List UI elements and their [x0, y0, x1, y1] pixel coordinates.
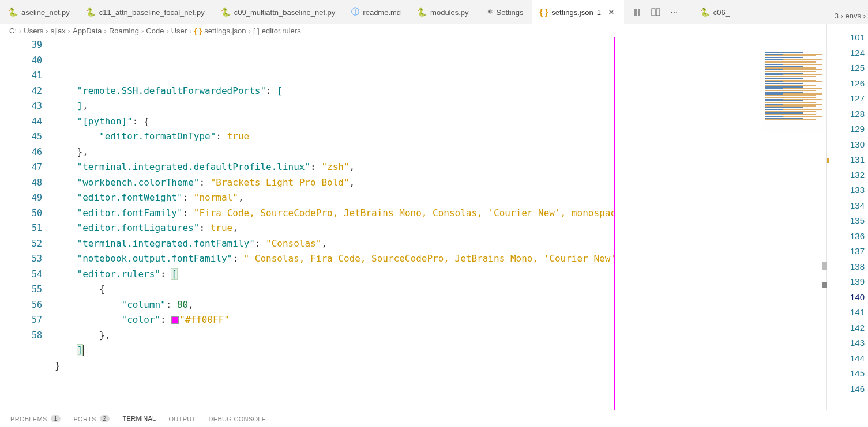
code-line[interactable]: "terminal.integrated.defaultProfile.linu…	[55, 160, 826, 175]
panel-tab-debug console[interactable]: DEBUG CONSOLE	[209, 415, 266, 422]
tab-6[interactable]: { } settings.json 1 ✕	[532, 0, 624, 24]
line-number: 130	[850, 137, 865, 153]
tab-label: c11_attn_baseline_focal_net.py	[99, 8, 205, 17]
code-line[interactable]: "editor.formatOnType": true	[55, 129, 826, 145]
code-line[interactable]: ],	[55, 99, 826, 114]
python-icon: 🐍	[417, 7, 427, 17]
python-icon: 🐍	[221, 7, 231, 17]
panel-tab-ports[interactable]: PORTS 2	[73, 415, 110, 422]
code-line[interactable]: "terminal.integrated.fontFamily": "Conso…	[55, 236, 826, 252]
panel-tab-label: TERMINAL	[122, 415, 156, 422]
badge: 2	[100, 415, 110, 422]
panel-tab-problems[interactable]: PROBLEMS 1	[10, 415, 61, 422]
code-line[interactable]: "[python]": {	[55, 114, 826, 130]
code-line[interactable]: "editor.fontWeight": "normal",	[55, 190, 826, 206]
minimap[interactable]	[763, 51, 826, 132]
tab-4[interactable]: 🐍 modules.py	[409, 0, 476, 24]
code-line[interactable]: "workbench.colorTheme": "Brackets Light …	[55, 175, 826, 191]
tab-label: settings.json	[551, 8, 593, 17]
minimap-line	[765, 74, 822, 75]
gutter-marker	[827, 158, 829, 163]
color-swatch[interactable]	[171, 316, 179, 324]
line-number: 128	[850, 107, 865, 122]
line-number: 144	[850, 351, 865, 366]
line-number: 46	[0, 145, 42, 160]
code-line[interactable]: },	[55, 328, 826, 343]
line-number: 45	[0, 129, 42, 145]
minimap-line	[765, 66, 803, 67]
breadcrumb-file[interactable]: settings.json	[204, 27, 246, 35]
close-icon[interactable]: ✕	[607, 7, 616, 17]
panel-tab-terminal[interactable]: TERMINAL	[122, 415, 156, 422]
scroll-thumb[interactable]	[822, 282, 827, 288]
compare-icon[interactable]	[631, 6, 644, 18]
breadcrumb-segment[interactable]: Users	[24, 27, 43, 35]
breadcrumb-segment[interactable]: Code	[146, 27, 164, 35]
breadcrumb-segment[interactable]: sjiax	[51, 27, 66, 35]
info-icon: ⓘ	[351, 7, 359, 17]
line-number: 43	[0, 99, 42, 114]
line-number: 135	[850, 213, 865, 229]
tab-5[interactable]: Settings	[477, 0, 532, 24]
breadcrumb-segment[interactable]: User	[171, 27, 187, 35]
panel-tab-output[interactable]: OUTPUT	[169, 415, 196, 422]
line-number: 139	[850, 274, 865, 290]
tab-label: aseline_net.py	[21, 8, 70, 17]
line-number: 127	[850, 91, 865, 107]
minimap-line	[765, 93, 822, 95]
line-number: 124	[850, 46, 865, 61]
breadcrumb[interactable]: C:›Users›sjiax›AppData›Roaming›Code›User…	[0, 24, 826, 37]
minimap-line	[765, 78, 803, 79]
line-number: 133	[850, 183, 865, 198]
tab-1[interactable]: 🐍 c11_attn_baseline_focal_net.py	[78, 0, 213, 24]
minimap-line	[765, 69, 822, 70]
scroll-thumb[interactable]	[822, 262, 827, 270]
tab-7[interactable]: 🐍 c06_	[692, 0, 738, 24]
code-line[interactable]: "column": 80,	[55, 297, 826, 313]
line-gutter: 3940414243444546474849505152535455565758	[0, 37, 55, 410]
settings-icon	[485, 7, 493, 17]
minimap-line	[765, 52, 803, 53]
breadcrumb-segment[interactable]: Roaming	[109, 27, 139, 35]
tab-0[interactable]: 🐍 aseline_net.py	[0, 0, 78, 24]
split-icon[interactable]	[649, 6, 662, 18]
line-number: 55	[0, 282, 42, 297]
tab-2[interactable]: 🐍 c09_multiattn_baseline_net.py	[213, 0, 344, 24]
badge: 1	[51, 415, 61, 422]
code-line[interactable]: "notebook.output.fontFamily": " Consolas…	[55, 251, 826, 267]
python-icon: 🐍	[86, 7, 96, 17]
text-cursor	[82, 345, 84, 356]
code-line[interactable]: }	[55, 358, 826, 374]
tab-label: c06_	[713, 8, 730, 17]
code-line[interactable]: },	[55, 145, 826, 160]
minimap-line	[765, 119, 816, 120]
minimap-line	[765, 54, 822, 55]
array-icon: [ ]	[253, 27, 260, 35]
code-line[interactable]: "editor.rulers": [	[55, 267, 826, 282]
code-line[interactable]: {	[55, 282, 826, 297]
minimap-line	[765, 109, 822, 110]
breadcrumb-segment[interactable]: C:	[9, 27, 17, 35]
line-number: 143	[850, 335, 865, 351]
breadcrumb-symbol[interactable]: editor.rulers	[262, 27, 301, 35]
code-content[interactable]: "remote.SSH.defaultForwardedPorts": [ ],…	[55, 37, 826, 410]
code-editor[interactable]: 3940414243444546474849505152535455565758…	[0, 37, 826, 410]
line-number: 129	[850, 122, 865, 137]
code-line[interactable]: "remote.SSH.defaultForwardedPorts": [	[55, 84, 826, 99]
line-number: 58	[0, 328, 42, 343]
minimap-line	[765, 114, 816, 115]
more-icon[interactable]: ···	[668, 6, 681, 18]
tab-3[interactable]: ⓘ readme.md	[343, 0, 409, 24]
line-number: 132	[850, 168, 865, 183]
minimap-line	[765, 92, 803, 93]
breadcrumb-segment[interactable]: AppData	[73, 27, 102, 35]
code-line[interactable]: ]	[55, 343, 826, 358]
editor-actions: ···	[624, 6, 687, 18]
right-breadcrumb[interactable]: 3 › envs ›	[835, 12, 866, 20]
line-number: 56	[0, 297, 42, 313]
line-number: 51	[0, 221, 42, 236]
svg-rect-0	[652, 9, 655, 16]
code-line[interactable]: "editor.fontLigatures": true,	[55, 221, 826, 236]
code-line[interactable]: "color": "#ff00FF"	[55, 312, 826, 328]
code-line[interactable]: "editor.fontFamily": "Fira Code, SourceC…	[55, 206, 826, 221]
